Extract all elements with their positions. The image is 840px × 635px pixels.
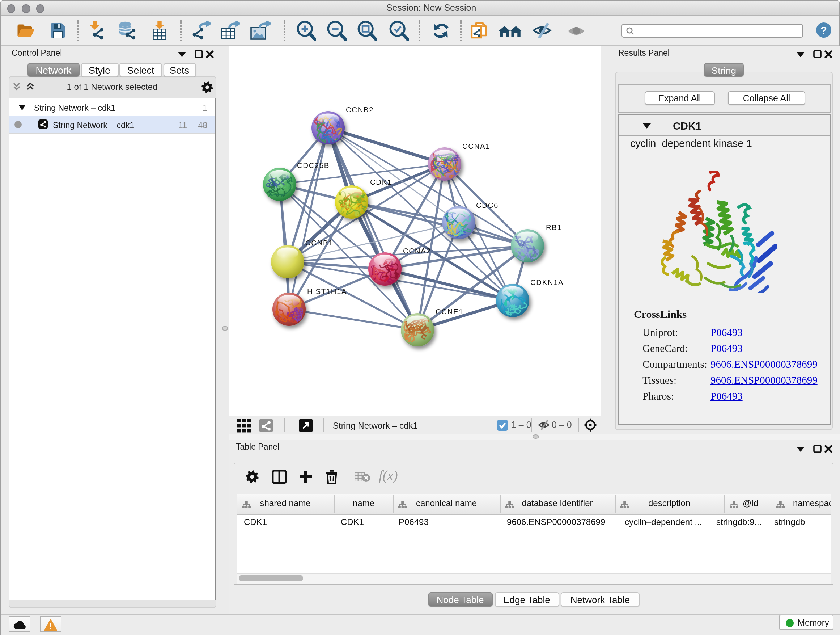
svg-text:CDC6: CDC6 — [476, 201, 498, 209]
svg-text:CCNE1: CCNE1 — [435, 308, 463, 316]
svg-text:CCNB2: CCNB2 — [346, 106, 373, 114]
svg-text:CDKN1A: CDKN1A — [530, 279, 563, 287]
svg-text:RB1: RB1 — [546, 223, 561, 231]
svg-text:CDC25B: CDC25B — [297, 162, 329, 169]
svg-text:CCNA2: CCNA2 — [403, 247, 431, 255]
svg-text:HIST1H1A: HIST1H1A — [307, 287, 347, 295]
svg-text:CDK1: CDK1 — [370, 178, 392, 186]
svg-text:CCNB1: CCNB1 — [305, 239, 333, 247]
svg-text:CCNA1: CCNA1 — [462, 142, 490, 150]
